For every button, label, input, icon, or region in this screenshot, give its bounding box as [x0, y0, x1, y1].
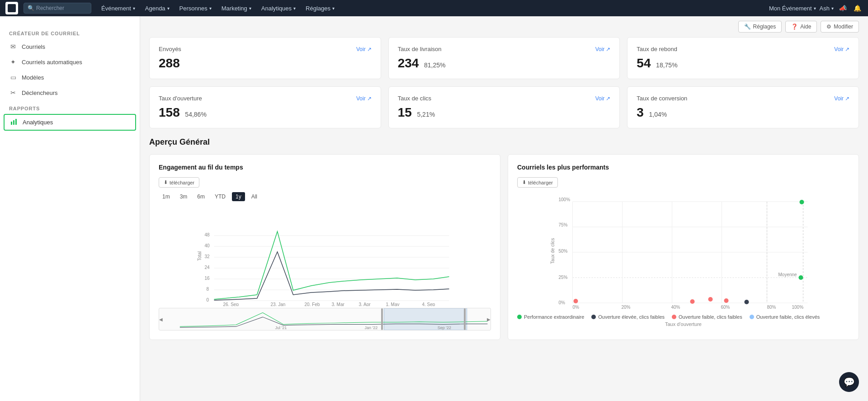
modifier-button[interactable]: ⚙ Modifier: [821, 21, 859, 33]
svg-point-56: [799, 275, 803, 280]
mail-icon: ✉: [9, 43, 17, 50]
external-link-icon: ↗: [606, 95, 610, 102]
sidebar: CRÉATEUR DE COURRIEL ✉ Courriels ✦ Courr…: [0, 16, 140, 401]
voir-link-ouverture[interactable]: Voir ↗: [356, 95, 372, 102]
voir-link-clics[interactable]: Voir ↗: [595, 95, 611, 102]
search-icon: 🔍: [28, 5, 34, 11]
svg-text:Moyenne: Moyenne: [778, 272, 797, 277]
download-button-chart1[interactable]: ⬇ télécharger: [159, 177, 199, 188]
megaphone-icon[interactable]: 📣: [837, 3, 848, 14]
auto-mail-icon: ✦: [9, 58, 17, 66]
svg-text:40%: 40%: [671, 305, 680, 310]
stat-label: Taux de clics: [398, 95, 431, 102]
svg-text:40: 40: [205, 243, 210, 248]
scatter-svg: 0% 25% 50% 75% 100% Taux de clics 0% 20%…: [517, 192, 849, 310]
timeline-handle-right[interactable]: [464, 308, 466, 330]
nav-item-reglages[interactable]: Réglages ▾: [301, 3, 339, 14]
nav-item-agenda[interactable]: Agenda ▾: [141, 3, 174, 14]
scatter-chart-title: Courriels les plus performants: [517, 164, 849, 171]
apercu-title: Aperçu Général: [140, 136, 868, 154]
svg-text:20. Feb: 20. Feb: [305, 302, 320, 306]
svg-point-51: [574, 299, 578, 303]
stat-value: 234 81,25%: [398, 56, 611, 71]
nav-item-personnes[interactable]: Personnes ▾: [175, 3, 216, 14]
filter-all[interactable]: All: [248, 192, 261, 201]
stat-label: Envoyés: [159, 46, 181, 52]
filter-1y[interactable]: 1y: [232, 192, 245, 201]
filter-6m[interactable]: 6m: [193, 192, 208, 201]
charts-grid: Engagement au fil du temps ⬇ télécharger…: [140, 154, 868, 340]
user-menu[interactable]: Ash ▾: [820, 5, 834, 12]
svg-rect-1: [13, 120, 14, 125]
search-box[interactable]: 🔍 Rechercher: [24, 3, 91, 14]
sidebar-item-analytiques[interactable]: Analytiques: [4, 114, 136, 131]
voir-link-livraison[interactable]: Voir ↗: [595, 46, 611, 52]
svg-text:4. Sep: 4. Sep: [422, 302, 435, 306]
svg-text:50%: 50%: [559, 249, 568, 254]
filter-1m[interactable]: 1m: [159, 192, 174, 201]
voir-link-envoyes[interactable]: Voir ↗: [356, 46, 372, 52]
external-link-icon: ↗: [367, 95, 372, 102]
sidebar-item-courriels-auto[interactable]: ✦ Courriels automatiques: [0, 54, 140, 70]
svg-rect-25: [384, 308, 467, 330]
nav-item-marketing[interactable]: Marketing ▾: [217, 3, 256, 14]
legend-item-extraordinary: Performance extraordinaire: [517, 314, 584, 320]
reglages-button[interactable]: 🔧 Réglages: [738, 21, 782, 33]
search-placeholder: Rechercher: [36, 5, 64, 11]
main-content: 🔧 Réglages ❓ Aide ⚙ Modifier Envoyés Voi…: [140, 16, 868, 401]
mini-timeline[interactable]: Jul '21 Jan '22 Sep '22 ◀ ▶: [159, 308, 491, 330]
bell-icon[interactable]: 🔔: [852, 3, 863, 14]
filter-ytd[interactable]: YTD: [211, 192, 229, 201]
svg-point-57: [800, 200, 804, 204]
nav-item-evenement[interactable]: Événement ▾: [97, 3, 140, 14]
app-logo[interactable]: [5, 2, 18, 14]
voir-link-rebond[interactable]: Voir ↗: [834, 46, 849, 52]
legend-dot-red: [672, 315, 676, 319]
legend-item-ouverture-faible: Ouverture faible, clics faibles: [672, 314, 742, 320]
mini-label-sep: Sep '22: [438, 326, 451, 330]
stat-label: Taux d'ouverture: [159, 95, 202, 102]
svg-text:100%: 100%: [792, 305, 804, 310]
stat-card-clics: Taux de clics Voir ↗ 15 5,21%: [388, 86, 620, 128]
sidebar-section-email: CRÉATEUR DE COURRIEL: [0, 25, 140, 39]
svg-text:3. Mar: 3. Mar: [332, 302, 345, 306]
scatter-legend: Performance extraordinaire Ouverture éle…: [517, 314, 849, 320]
svg-text:3. Apr: 3. Apr: [359, 302, 371, 306]
x-axis-title: Taux d'ouverture: [517, 321, 849, 327]
voir-link-conversion[interactable]: Voir ↗: [834, 95, 849, 102]
line-chart-card: Engagement au fil du temps ⬇ télécharger…: [149, 154, 500, 340]
sidebar-item-modeles[interactable]: ▭ Modèles: [0, 70, 140, 85]
stats-grid: Envoyés Voir ↗ 288 Taux de livraison Voi…: [140, 37, 868, 136]
sidebar-item-courriels[interactable]: ✉ Courriels: [0, 39, 140, 54]
chevron-down-icon: ▾: [332, 6, 335, 11]
chat-button[interactable]: 💬: [839, 372, 859, 392]
nav-item-analytiques[interactable]: Analytiques ▾: [257, 3, 300, 14]
timeline-handle-left[interactable]: [381, 308, 383, 330]
svg-text:20%: 20%: [622, 305, 631, 310]
stat-value: 288: [159, 56, 372, 71]
svg-rect-2: [15, 119, 17, 125]
download-button-chart2[interactable]: ⬇ télécharger: [517, 177, 558, 188]
chevron-down-icon: ▾: [814, 6, 816, 11]
svg-text:16: 16: [205, 276, 210, 281]
sidebar-item-declencheurs[interactable]: ✂ Déclencheurs: [0, 85, 140, 100]
stat-label: Taux de rebond: [637, 46, 677, 52]
scatter-chart-card: Courriels les plus performants ⬇ télécha…: [508, 154, 859, 340]
svg-text:60%: 60%: [721, 305, 730, 310]
mon-evenement-selector[interactable]: Mon Événement ▾: [769, 5, 816, 12]
legend-dot-green: [517, 315, 522, 319]
wrench-icon: 🔧: [744, 24, 751, 30]
chevron-down-icon: ▾: [293, 6, 296, 11]
svg-text:23. Jan: 23. Jan: [271, 302, 286, 306]
legend-dot-dark: [591, 315, 596, 319]
top-navigation: 🔍 Rechercher Événement ▾ Agenda ▾ Person…: [0, 0, 868, 16]
stat-value: 158 54,86%: [159, 105, 372, 120]
aide-button[interactable]: ❓ Aide: [785, 21, 817, 33]
scroll-left-icon[interactable]: ◀: [159, 317, 163, 322]
external-link-icon: ↗: [606, 46, 610, 52]
scroll-right-icon[interactable]: ▶: [487, 317, 491, 322]
filter-3m[interactable]: 3m: [176, 192, 191, 201]
download-icon: ⬇: [522, 179, 526, 185]
stat-card-livraison: Taux de livraison Voir ↗ 234 81,25%: [388, 37, 620, 79]
chat-icon: 💬: [844, 377, 855, 387]
